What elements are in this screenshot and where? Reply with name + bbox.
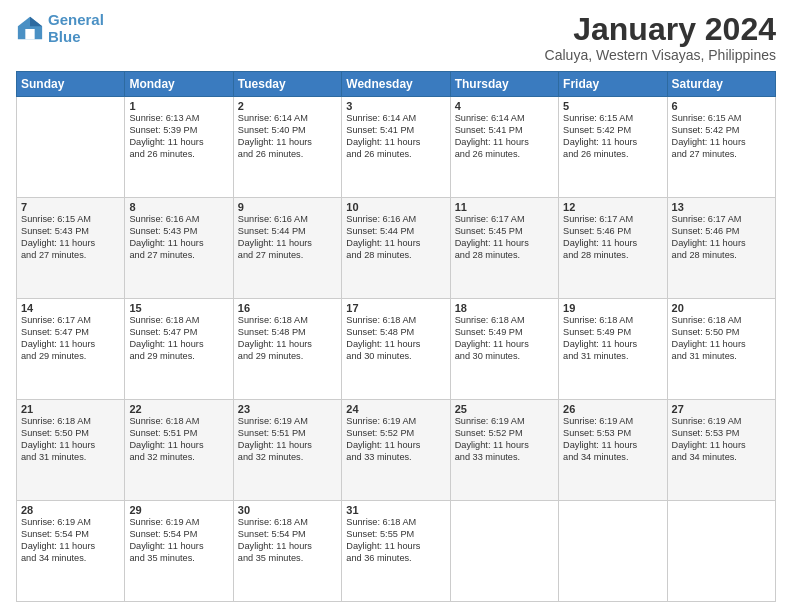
calendar-cell: 2Sunrise: 6:14 AM Sunset: 5:40 PM Daylig… bbox=[233, 97, 341, 198]
page: General Blue January 2024 Caluya, Wester… bbox=[0, 0, 792, 612]
calendar-week-4: 21Sunrise: 6:18 AM Sunset: 5:50 PM Dayli… bbox=[17, 400, 776, 501]
calendar-cell: 7Sunrise: 6:15 AM Sunset: 5:43 PM Daylig… bbox=[17, 198, 125, 299]
day-info: Sunrise: 6:16 AM Sunset: 5:44 PM Dayligh… bbox=[346, 214, 445, 262]
day-info: Sunrise: 6:19 AM Sunset: 5:54 PM Dayligh… bbox=[129, 517, 228, 565]
day-number: 5 bbox=[563, 100, 662, 112]
day-number: 4 bbox=[455, 100, 554, 112]
logo-general: General bbox=[48, 11, 104, 28]
day-number: 6 bbox=[672, 100, 771, 112]
calendar-cell: 27Sunrise: 6:19 AM Sunset: 5:53 PM Dayli… bbox=[667, 400, 775, 501]
calendar-cell: 23Sunrise: 6:19 AM Sunset: 5:51 PM Dayli… bbox=[233, 400, 341, 501]
day-number: 24 bbox=[346, 403, 445, 415]
day-info: Sunrise: 6:18 AM Sunset: 5:50 PM Dayligh… bbox=[21, 416, 120, 464]
day-number: 23 bbox=[238, 403, 337, 415]
logo: General Blue bbox=[16, 12, 104, 45]
day-info: Sunrise: 6:18 AM Sunset: 5:54 PM Dayligh… bbox=[238, 517, 337, 565]
calendar-header-row: SundayMondayTuesdayWednesdayThursdayFrid… bbox=[17, 72, 776, 97]
day-header-tuesday: Tuesday bbox=[233, 72, 341, 97]
day-info: Sunrise: 6:16 AM Sunset: 5:44 PM Dayligh… bbox=[238, 214, 337, 262]
day-number: 13 bbox=[672, 201, 771, 213]
day-number: 7 bbox=[21, 201, 120, 213]
day-header-thursday: Thursday bbox=[450, 72, 558, 97]
day-info: Sunrise: 6:18 AM Sunset: 5:48 PM Dayligh… bbox=[346, 315, 445, 363]
calendar-week-5: 28Sunrise: 6:19 AM Sunset: 5:54 PM Dayli… bbox=[17, 501, 776, 602]
day-header-saturday: Saturday bbox=[667, 72, 775, 97]
day-info: Sunrise: 6:18 AM Sunset: 5:50 PM Dayligh… bbox=[672, 315, 771, 363]
calendar-week-2: 7Sunrise: 6:15 AM Sunset: 5:43 PM Daylig… bbox=[17, 198, 776, 299]
day-info: Sunrise: 6:15 AM Sunset: 5:42 PM Dayligh… bbox=[563, 113, 662, 161]
day-number: 22 bbox=[129, 403, 228, 415]
day-info: Sunrise: 6:17 AM Sunset: 5:46 PM Dayligh… bbox=[563, 214, 662, 262]
logo-icon bbox=[16, 15, 44, 43]
calendar-cell: 9Sunrise: 6:16 AM Sunset: 5:44 PM Daylig… bbox=[233, 198, 341, 299]
calendar-cell: 14Sunrise: 6:17 AM Sunset: 5:47 PM Dayli… bbox=[17, 299, 125, 400]
calendar-cell: 29Sunrise: 6:19 AM Sunset: 5:54 PM Dayli… bbox=[125, 501, 233, 602]
title-block: January 2024 Caluya, Western Visayas, Ph… bbox=[545, 12, 776, 63]
calendar-cell: 12Sunrise: 6:17 AM Sunset: 5:46 PM Dayli… bbox=[559, 198, 667, 299]
day-number: 26 bbox=[563, 403, 662, 415]
day-number: 31 bbox=[346, 504, 445, 516]
day-info: Sunrise: 6:18 AM Sunset: 5:51 PM Dayligh… bbox=[129, 416, 228, 464]
day-info: Sunrise: 6:19 AM Sunset: 5:54 PM Dayligh… bbox=[21, 517, 120, 565]
day-info: Sunrise: 6:14 AM Sunset: 5:41 PM Dayligh… bbox=[346, 113, 445, 161]
calendar-cell: 26Sunrise: 6:19 AM Sunset: 5:53 PM Dayli… bbox=[559, 400, 667, 501]
day-number: 21 bbox=[21, 403, 120, 415]
calendar-cell: 4Sunrise: 6:14 AM Sunset: 5:41 PM Daylig… bbox=[450, 97, 558, 198]
calendar-cell: 11Sunrise: 6:17 AM Sunset: 5:45 PM Dayli… bbox=[450, 198, 558, 299]
day-number: 18 bbox=[455, 302, 554, 314]
day-number: 20 bbox=[672, 302, 771, 314]
day-header-friday: Friday bbox=[559, 72, 667, 97]
calendar-cell: 18Sunrise: 6:18 AM Sunset: 5:49 PM Dayli… bbox=[450, 299, 558, 400]
day-number: 28 bbox=[21, 504, 120, 516]
logo-blue: Blue bbox=[48, 28, 81, 45]
calendar-cell: 31Sunrise: 6:18 AM Sunset: 5:55 PM Dayli… bbox=[342, 501, 450, 602]
svg-rect-2 bbox=[25, 29, 34, 39]
day-info: Sunrise: 6:19 AM Sunset: 5:51 PM Dayligh… bbox=[238, 416, 337, 464]
calendar-cell: 30Sunrise: 6:18 AM Sunset: 5:54 PM Dayli… bbox=[233, 501, 341, 602]
calendar-cell bbox=[450, 501, 558, 602]
day-info: Sunrise: 6:18 AM Sunset: 5:47 PM Dayligh… bbox=[129, 315, 228, 363]
day-info: Sunrise: 6:14 AM Sunset: 5:41 PM Dayligh… bbox=[455, 113, 554, 161]
day-info: Sunrise: 6:15 AM Sunset: 5:42 PM Dayligh… bbox=[672, 113, 771, 161]
day-header-monday: Monday bbox=[125, 72, 233, 97]
day-info: Sunrise: 6:18 AM Sunset: 5:49 PM Dayligh… bbox=[455, 315, 554, 363]
svg-marker-1 bbox=[30, 16, 42, 25]
day-number: 19 bbox=[563, 302, 662, 314]
calendar-cell: 17Sunrise: 6:18 AM Sunset: 5:48 PM Dayli… bbox=[342, 299, 450, 400]
day-number: 1 bbox=[129, 100, 228, 112]
calendar-cell: 13Sunrise: 6:17 AM Sunset: 5:46 PM Dayli… bbox=[667, 198, 775, 299]
day-info: Sunrise: 6:19 AM Sunset: 5:53 PM Dayligh… bbox=[563, 416, 662, 464]
day-number: 16 bbox=[238, 302, 337, 314]
day-info: Sunrise: 6:17 AM Sunset: 5:47 PM Dayligh… bbox=[21, 315, 120, 363]
day-number: 17 bbox=[346, 302, 445, 314]
day-info: Sunrise: 6:18 AM Sunset: 5:49 PM Dayligh… bbox=[563, 315, 662, 363]
subtitle: Caluya, Western Visayas, Philippines bbox=[545, 47, 776, 63]
day-info: Sunrise: 6:17 AM Sunset: 5:45 PM Dayligh… bbox=[455, 214, 554, 262]
calendar-week-1: 1Sunrise: 6:13 AM Sunset: 5:39 PM Daylig… bbox=[17, 97, 776, 198]
calendar-cell: 16Sunrise: 6:18 AM Sunset: 5:48 PM Dayli… bbox=[233, 299, 341, 400]
calendar-table: SundayMondayTuesdayWednesdayThursdayFrid… bbox=[16, 71, 776, 602]
calendar-cell bbox=[667, 501, 775, 602]
logo-text: General Blue bbox=[48, 12, 104, 45]
day-number: 11 bbox=[455, 201, 554, 213]
day-info: Sunrise: 6:16 AM Sunset: 5:43 PM Dayligh… bbox=[129, 214, 228, 262]
day-number: 14 bbox=[21, 302, 120, 314]
day-info: Sunrise: 6:18 AM Sunset: 5:55 PM Dayligh… bbox=[346, 517, 445, 565]
day-info: Sunrise: 6:14 AM Sunset: 5:40 PM Dayligh… bbox=[238, 113, 337, 161]
calendar-cell: 28Sunrise: 6:19 AM Sunset: 5:54 PM Dayli… bbox=[17, 501, 125, 602]
day-number: 30 bbox=[238, 504, 337, 516]
calendar-cell: 10Sunrise: 6:16 AM Sunset: 5:44 PM Dayli… bbox=[342, 198, 450, 299]
calendar-body: 1Sunrise: 6:13 AM Sunset: 5:39 PM Daylig… bbox=[17, 97, 776, 602]
day-number: 3 bbox=[346, 100, 445, 112]
calendar-cell: 21Sunrise: 6:18 AM Sunset: 5:50 PM Dayli… bbox=[17, 400, 125, 501]
day-number: 12 bbox=[563, 201, 662, 213]
calendar-week-3: 14Sunrise: 6:17 AM Sunset: 5:47 PM Dayli… bbox=[17, 299, 776, 400]
day-info: Sunrise: 6:19 AM Sunset: 5:52 PM Dayligh… bbox=[346, 416, 445, 464]
main-title: January 2024 bbox=[545, 12, 776, 47]
calendar-cell: 24Sunrise: 6:19 AM Sunset: 5:52 PM Dayli… bbox=[342, 400, 450, 501]
calendar-cell: 25Sunrise: 6:19 AM Sunset: 5:52 PM Dayli… bbox=[450, 400, 558, 501]
calendar-cell: 3Sunrise: 6:14 AM Sunset: 5:41 PM Daylig… bbox=[342, 97, 450, 198]
day-number: 10 bbox=[346, 201, 445, 213]
day-number: 2 bbox=[238, 100, 337, 112]
day-header-sunday: Sunday bbox=[17, 72, 125, 97]
